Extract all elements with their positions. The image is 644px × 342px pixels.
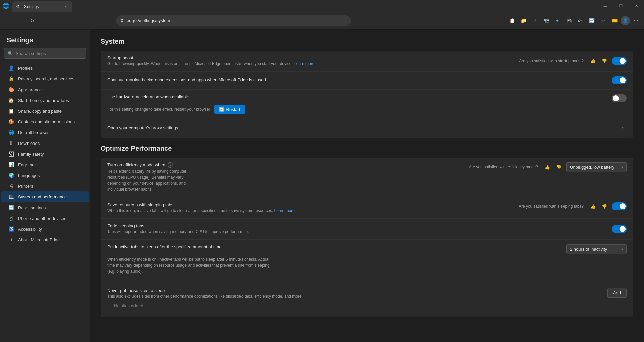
sidebar-item-privacy[interactable]: 🔒 Privacy, search, and services bbox=[1, 73, 89, 84]
fade-sleeping-row: Fade sleeping tabs Tabs will appear fade… bbox=[101, 219, 633, 240]
sidebar-item-downloads[interactable]: ⬇ Downloads bbox=[1, 138, 89, 149]
inactive-tabs-row: Put inactive tabs to sleep after the spe… bbox=[101, 240, 633, 283]
sidebar-item-share[interactable]: 📋 Share, copy and paste bbox=[1, 106, 89, 116]
restart-button[interactable]: 🔄 Restart bbox=[214, 105, 245, 114]
system-section-title: System bbox=[101, 38, 633, 45]
restore-button[interactable]: ❐ bbox=[613, 0, 629, 12]
startup-boost-info: Startup boost Get to browsing quickly. W… bbox=[107, 55, 514, 67]
no-sites-text: No sites added bbox=[107, 299, 627, 312]
startup-boost-label: Startup boost bbox=[107, 55, 514, 60]
sleeping-tabs-desc: When this is on, inactive tabs will go t… bbox=[107, 208, 513, 214]
update-icon[interactable]: 🔄 bbox=[586, 15, 597, 26]
languages-icon: 🌍 bbox=[8, 173, 14, 178]
sleeping-tabs-toggle[interactable] bbox=[612, 202, 627, 210]
startup-boost-feedback-label: Are you satisfied with startup boost? bbox=[519, 59, 584, 63]
efficiency-mode-label: Turn on efficiency mode when ? bbox=[107, 162, 463, 168]
minimize-button[interactable]: — bbox=[598, 0, 613, 12]
never-sleep-row: Never put these sites to sleep This also… bbox=[101, 283, 633, 317]
hardware-accel-toggle[interactable] bbox=[612, 94, 627, 102]
never-sleep-desc: This also excludes sites from other perf… bbox=[107, 294, 602, 299]
window-controls: — ❐ ✕ bbox=[598, 0, 644, 12]
new-tab-button[interactable]: + bbox=[72, 1, 82, 11]
sidebar-item-system[interactable]: 💻 System and performance bbox=[1, 191, 89, 202]
sleeping-tabs-top: Save resources with sleeping tabs When t… bbox=[107, 202, 627, 214]
sleeping-tabs-learn-more[interactable]: Learn more bbox=[274, 208, 295, 213]
inactive-tabs-dropdown[interactable]: 2 hours of inactivity ▾ bbox=[566, 244, 627, 254]
background-extensions-row: Continue running background extensions a… bbox=[101, 72, 633, 90]
sidebar-item-profiles[interactable]: 👤 Profiles bbox=[1, 63, 89, 73]
sidebar-search-box[interactable]: 🔍 bbox=[4, 48, 86, 59]
efficiency-thumbup[interactable]: 👍 bbox=[543, 163, 551, 171]
shopping-icon[interactable]: 🛍 bbox=[575, 15, 586, 26]
background-extensions-label: Continue running background extensions a… bbox=[107, 77, 606, 82]
sleeping-tabs-right: Are you satisfied with sleeping tabs? 👍 … bbox=[519, 202, 627, 210]
sidebar-item-languages[interactable]: 🌍 Languages bbox=[1, 170, 89, 181]
sidebar-item-printers[interactable]: 🖨 Printers bbox=[1, 181, 89, 191]
tab-close-button[interactable]: × bbox=[63, 4, 68, 9]
sidebar-item-reset[interactable]: 🔄 Reset settings bbox=[1, 202, 89, 213]
close-button[interactable]: ✕ bbox=[629, 0, 644, 12]
background-extensions-info: Continue running background extensions a… bbox=[107, 77, 606, 83]
sidebar-item-accessibility[interactable]: ♿ Accessibility bbox=[1, 224, 89, 234]
refresh-button[interactable]: ↻ bbox=[27, 15, 38, 26]
hardware-accel-label: Use hardware acceleration when available bbox=[107, 94, 606, 99]
sidebar-item-default-browser[interactable]: 🌐 Default browser bbox=[1, 127, 89, 138]
search-input[interactable] bbox=[16, 51, 82, 56]
fade-sleeping-toggle[interactable] bbox=[612, 225, 627, 233]
inactive-tabs-info: Put inactive tabs to sleep after the spe… bbox=[107, 244, 561, 250]
sleeping-thumbup[interactable]: 👍 bbox=[589, 202, 597, 210]
efficiency-mode-info: Turn on efficiency mode when ? Helps ext… bbox=[107, 162, 463, 193]
never-sleep-top: Never put these sites to sleep This also… bbox=[107, 288, 627, 299]
hardware-accel-right bbox=[612, 94, 627, 102]
sleeping-thumbdown[interactable]: 👎 bbox=[600, 202, 608, 210]
inactive-tabs-label: Put inactive tabs to sleep after the spe… bbox=[107, 244, 561, 249]
cursor-icon[interactable]: ↗ bbox=[529, 15, 540, 26]
efficiency-mode-dropdown[interactable]: Unplugged, low battery ▾ bbox=[566, 162, 627, 172]
inactive-tabs-chevron: ▾ bbox=[621, 247, 623, 251]
sidebar-item-phone[interactable]: 📱 Phone and other devices bbox=[1, 213, 89, 224]
external-link-icon[interactable]: ↗ bbox=[617, 124, 627, 133]
sidebar-item-about[interactable]: ℹ About Microsoft Edge bbox=[1, 234, 89, 245]
addressbar: ← → ↻ ⚙ edge://settings/system 📋 📁 ↗ 📷 ✦… bbox=[0, 12, 644, 30]
inactive-tabs-desc: When efficiency mode is on, inactive tab… bbox=[107, 254, 282, 278]
toolbar-icons: 📋 📁 ↗ 📷 ✦ 🎮 🛍 🔄 ☆ 💳 👤 ⋯ bbox=[506, 15, 641, 26]
settings-icon[interactable]: ⋯ bbox=[631, 15, 641, 26]
sidebar-icon[interactable]: 📋 bbox=[506, 15, 517, 26]
screenshot-icon[interactable]: 📷 bbox=[541, 15, 551, 26]
add-site-button[interactable]: Add bbox=[607, 288, 627, 298]
efficiency-mode-top: Turn on efficiency mode when ? Helps ext… bbox=[107, 162, 627, 193]
efficiency-mode-desc: Helps extend battery life by saving comp… bbox=[107, 168, 201, 192]
efficiency-mode-help-icon[interactable]: ? bbox=[168, 162, 173, 168]
reset-icon: 🔄 bbox=[8, 205, 14, 210]
sidebar-item-start[interactable]: 🏠 Start, home, and new tabs bbox=[1, 95, 89, 106]
sleeping-feedback-label: Are you satisfied with sleeping tabs? bbox=[519, 204, 584, 209]
games-icon[interactable]: 🎮 bbox=[564, 15, 574, 26]
settings-tab[interactable]: ⚙ Settings × bbox=[12, 1, 72, 12]
favorites-icon[interactable]: ☆ bbox=[598, 15, 608, 26]
sidebar-item-cookies[interactable]: 🍪 Cookies and site permissions bbox=[1, 116, 89, 127]
sidebar-item-appearance[interactable]: 🎨 Appearance bbox=[1, 84, 89, 95]
hardware-accel-info: Use hardware acceleration when available bbox=[107, 94, 606, 100]
system-card: Startup boost Get to browsing quickly. W… bbox=[101, 51, 633, 138]
sidebar-item-family[interactable]: 👨‍👩‍👧 Family safety bbox=[1, 149, 89, 159]
never-sleep-info: Never put these sites to sleep This also… bbox=[107, 288, 602, 299]
forward-button[interactable]: → bbox=[15, 15, 25, 26]
proxy-settings-label: Open your computer's proxy settings bbox=[107, 125, 612, 130]
optimize-card: Turn on efficiency mode when ? Helps ext… bbox=[101, 158, 633, 317]
copilot-icon[interactable]: ✦ bbox=[552, 15, 563, 26]
sleeping-tabs-row: Save resources with sleeping tabs When t… bbox=[101, 197, 633, 219]
startup-boost-thumbup[interactable]: 👍 bbox=[589, 57, 597, 65]
startup-boost-learn-more[interactable]: Learn more bbox=[294, 61, 314, 66]
sidebar-item-edge-bar[interactable]: 📊 Edge bar bbox=[1, 159, 89, 170]
inactive-tabs-top: Put inactive tabs to sleep after the spe… bbox=[107, 244, 627, 254]
back-button[interactable]: ← bbox=[3, 15, 13, 26]
background-extensions-toggle[interactable] bbox=[612, 76, 627, 84]
efficiency-thumbdown[interactable]: 👎 bbox=[555, 163, 563, 171]
address-box[interactable]: ⚙ edge://settings/system bbox=[116, 15, 351, 26]
fade-sleeping-desc: Tabs will appear faded when saving memor… bbox=[107, 229, 606, 235]
collections-icon[interactable]: 📁 bbox=[518, 15, 529, 26]
profile-icon[interactable]: 👤 bbox=[621, 16, 630, 25]
wallet-icon[interactable]: 💳 bbox=[609, 15, 620, 26]
startup-boost-thumbdown[interactable]: 👎 bbox=[600, 57, 608, 65]
startup-boost-toggle[interactable] bbox=[612, 57, 627, 65]
